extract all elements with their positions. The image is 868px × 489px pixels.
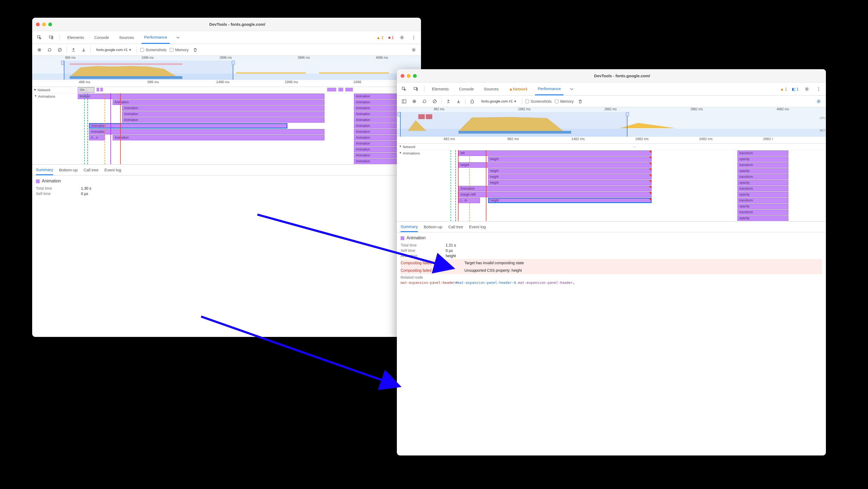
upload-icon[interactable] <box>445 98 452 105</box>
tab-summary[interactable]: Summary <box>401 221 418 232</box>
animation-event[interactable]: height <box>488 156 652 162</box>
home-icon[interactable] <box>469 98 476 105</box>
tab-sources[interactable]: Sources <box>117 31 137 44</box>
animation-event[interactable]: transform <box>737 198 788 203</box>
tab-event-log[interactable]: Event log <box>104 165 121 175</box>
memory-checkbox[interactable]: Memory <box>170 48 189 52</box>
animation-event[interactable]: height <box>488 168 652 174</box>
recording-dropdown[interactable]: fonts.google.com #1 ▾ <box>94 47 133 53</box>
animation-event[interactable]: imation <box>78 94 324 99</box>
more-tabs-icon[interactable] <box>568 86 575 93</box>
reload-record-icon[interactable] <box>46 47 53 53</box>
recording-dropdown[interactable]: fonts.google.com #1 ▾ <box>479 98 519 104</box>
maximize-icon[interactable] <box>413 74 417 78</box>
clear-icon[interactable] <box>431 98 438 105</box>
collapse-icon[interactable]: ▼ <box>399 151 402 154</box>
animation-event[interactable]: transform <box>737 210 788 215</box>
time-ruler[interactable]: 496 ms 996 ms 1496 ms 1996 ms 2496 <box>32 80 421 87</box>
more-tabs-icon[interactable] <box>175 34 182 41</box>
timeline-overview[interactable]: 982 ms 1982 ms 2982 ms 3982 ms 4982 ms C… <box>397 107 826 137</box>
network-track[interactable]: ▶Network tSe… <box>32 87 421 93</box>
collapse-icon[interactable]: ▼ <box>34 94 37 97</box>
tab-console[interactable]: Console <box>92 31 112 44</box>
animation-event[interactable]: opacity <box>737 215 788 221</box>
trash-icon[interactable] <box>577 98 584 105</box>
close-icon[interactable] <box>36 23 40 26</box>
animation-event[interactable]: Animation <box>459 186 652 191</box>
close-icon[interactable] <box>401 74 404 78</box>
screenshots-checkbox[interactable]: Screenshots <box>525 99 552 103</box>
range-handle-right[interactable] <box>626 112 629 116</box>
animation-event[interactable]: A…n <box>89 135 105 140</box>
animation-event-selected[interactable]: Animation <box>89 123 287 128</box>
inspect-icon[interactable] <box>401 86 408 93</box>
animation-event[interactable]: Animation <box>122 117 324 123</box>
inspect-icon[interactable] <box>36 34 43 41</box>
tab-bottom-up[interactable]: Bottom-up <box>59 165 78 175</box>
record-icon[interactable] <box>411 98 418 105</box>
tab-sources[interactable]: Sources <box>481 83 501 95</box>
tab-performance[interactable]: Performance <box>535 83 563 95</box>
range-selection[interactable] <box>64 61 233 80</box>
tab-event-log[interactable]: Event log <box>469 221 486 232</box>
download-icon[interactable] <box>80 47 87 53</box>
device-icon[interactable] <box>48 34 55 41</box>
animation-event[interactable]: Animation <box>122 105 324 111</box>
animation-event[interactable]: height <box>488 180 652 185</box>
tab-elements[interactable]: Elements <box>65 31 87 44</box>
tab-summary[interactable]: Summary <box>36 165 53 175</box>
network-event[interactable]: tSe… <box>78 87 94 93</box>
expand-icon[interactable]: ▶ <box>34 88 36 91</box>
related-node-link[interactable]: mat-expansion-panel-header#mat-expansion… <box>401 281 822 284</box>
minimize-icon[interactable] <box>42 23 46 26</box>
kebab-icon[interactable] <box>410 34 417 41</box>
animation-event[interactable]: height <box>488 174 652 179</box>
animation-event[interactable]: Animation <box>89 129 324 134</box>
upload-icon[interactable] <box>70 47 77 53</box>
animation-event[interactable]: opacity <box>737 156 788 162</box>
animation-event[interactable]: height <box>459 162 652 167</box>
kebab-icon[interactable] <box>815 86 822 93</box>
tab-call-tree[interactable]: Call tree <box>448 221 463 232</box>
animations-track[interactable]: ▼Animations imation Animation Animation … <box>32 93 421 164</box>
animation-event[interactable]: left <box>459 151 652 156</box>
animation-event[interactable]: Animation <box>113 99 324 105</box>
animation-event[interactable]: margin-left <box>459 192 652 197</box>
network-track[interactable]: ▼Network … <box>397 144 826 150</box>
animation-event[interactable]: opacity <box>737 204 788 209</box>
collapse-icon[interactable]: ▼ <box>399 145 402 148</box>
clear-icon[interactable] <box>56 47 63 53</box>
animation-event[interactable]: transform <box>737 162 788 167</box>
animation-event[interactable]: opacity <box>737 180 788 185</box>
timeline-overview[interactable]: 996 ms 1996 ms 2996 ms 3996 ms 4996 ms <box>32 56 421 80</box>
animation-event[interactable]: transform <box>737 174 788 179</box>
device-icon[interactable] <box>412 86 420 93</box>
animations-track[interactable]: ▼Animations left transform height opacit… <box>397 150 826 221</box>
tab-elements[interactable]: Elements <box>429 83 452 95</box>
screenshots-checkbox[interactable]: Screenshots <box>140 48 166 52</box>
animation-event[interactable]: Animation <box>122 111 324 117</box>
animation-event[interactable]: transform <box>737 186 788 191</box>
time-ruler[interactable]: 482 ms 982 ms 1482 ms 1982 ms 2482 ms 29… <box>397 137 826 144</box>
animation-event[interactable]: opacity <box>737 168 788 174</box>
memory-checkbox[interactable]: Memory <box>555 99 574 103</box>
issues-badge[interactable]: ◧1 <box>792 87 799 91</box>
tab-performance[interactable]: Performance <box>142 31 170 44</box>
animation-event[interactable]: opacity <box>737 192 788 197</box>
flame-chart[interactable]: ▼Network … ▼Animations left transform he… <box>397 144 826 221</box>
animation-event[interactable]: transform <box>737 151 788 156</box>
capture-settings-icon[interactable] <box>815 98 822 105</box>
animation-event[interactable]: Animation <box>113 135 324 140</box>
settings-icon[interactable] <box>803 86 810 93</box>
flame-chart[interactable]: ▶Network tSe… ▼Animations imation Animat… <box>32 87 421 165</box>
download-icon[interactable] <box>455 98 462 105</box>
tab-network[interactable]: ▲ Network <box>506 83 530 95</box>
settings-icon[interactable] <box>399 34 405 41</box>
tab-console[interactable]: Console <box>456 83 476 95</box>
record-icon[interactable] <box>36 47 43 53</box>
capture-settings-icon[interactable] <box>410 47 417 53</box>
tab-bottom-up[interactable]: Bottom-up <box>424 221 442 232</box>
warnings-badge[interactable]: ▲ 2 <box>376 35 383 40</box>
minimize-icon[interactable] <box>407 74 410 78</box>
animation-event-selected[interactable]: height <box>488 198 652 203</box>
